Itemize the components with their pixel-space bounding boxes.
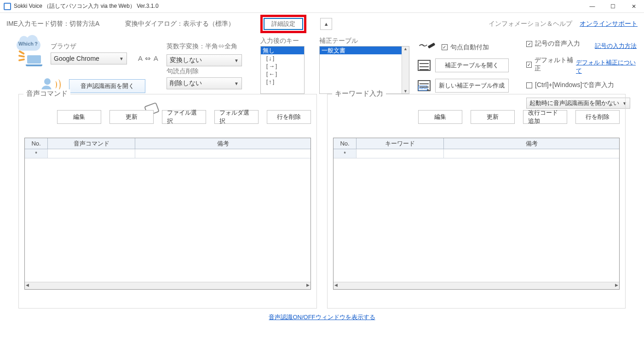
voice-command-group: 音声コマンド 編集 更新 ファイル選択 フォルダ選択 行を削除 No. 音声コマ…: [18, 94, 317, 309]
bottom-link-row: 音声認識ON/OFFウィンドウを表示する: [0, 313, 644, 321]
voice-command-legend: 音声コマンド: [23, 89, 70, 98]
punct-delete-select[interactable]: 削除しない ▼: [167, 77, 242, 89]
table-row[interactable]: *: [25, 149, 310, 158]
key-after-item[interactable]: ［←］: [261, 70, 304, 78]
title-bar: Sokki Voice （話してパソコン入力 via the Web） Ver.…: [0, 0, 644, 13]
kw-header-no: No.: [334, 138, 356, 149]
collapse-button[interactable]: ▲: [320, 18, 332, 30]
window-title: Sokki Voice （話してパソコン入力 via the Web） Ver.…: [14, 2, 159, 10]
key-after-block: 入力後のキー 無し［↓］［→］［←］［↑］: [260, 37, 305, 94]
default-correction-checkbox[interactable]: ✓ デフォルト補正: [526, 56, 576, 73]
ctrl-win-label: [Ctrl]+[Windows]で音声入力: [535, 81, 614, 89]
vc-edit-button[interactable]: 編集: [57, 110, 101, 124]
browser-select[interactable]: Google Chrome ▼: [51, 52, 127, 64]
correction-table-listbox[interactable]: 一般文書: [319, 46, 409, 94]
correction-table-block: 補正テーブル 一般文書: [319, 37, 417, 94]
key-after-item[interactable]: ［↑］: [261, 78, 304, 86]
ime-mode-label: IME入力モード切替：切替方法A: [6, 20, 99, 28]
table-row[interactable]: *: [334, 149, 619, 158]
show-onoff-window-link[interactable]: 音声認識ON/OFFウィンドウを表示する: [269, 314, 375, 321]
sheet-new-icon: New: [418, 80, 431, 91]
symbol-voice-checkbox[interactable]: ✓ 記号の音声入力: [526, 40, 580, 48]
which-text: Which？: [18, 41, 39, 47]
browser-label: ブラウザ: [51, 42, 76, 51]
symbol-howto-link[interactable]: 記号の入力方法: [595, 42, 637, 50]
kw-refresh-button[interactable]: 更新: [471, 110, 515, 124]
key-after-item[interactable]: ［↓］: [261, 54, 304, 62]
ctrl-win-checkbox[interactable]: [Ctrl]+[Windows]で音声入力: [526, 81, 614, 89]
chevron-down-icon: ▼: [234, 81, 239, 86]
open-recognition-button[interactable]: 音声認識画面を開く: [69, 79, 145, 93]
key-after-listbox[interactable]: 無し［↓］［→］［←］［↑］: [260, 46, 305, 94]
punct-delete-label: 句読点削除: [167, 67, 199, 76]
chevron-down-icon: ▼: [119, 56, 124, 61]
scrollbar-vertical[interactable]: [402, 47, 409, 93]
vc-header-cmd: 音声コマンド: [48, 138, 135, 149]
detail-settings-button[interactable]: 詳細設定: [264, 18, 303, 30]
options-panel: Which？ ブラウザ Google Chrome ▼ 音声認識画面を開く 英数…: [0, 35, 644, 94]
alnum-convert-label: 英数字変換：半角⇔全角: [167, 42, 237, 51]
key-after-item[interactable]: ［→］: [261, 62, 304, 70]
alnum-convert-icon: A ⇔ A: [138, 54, 159, 63]
kw-header-keyword: キーワード: [356, 138, 444, 149]
kw-delete-row-button[interactable]: 行を削除: [575, 110, 620, 124]
top-settings-row: IME入力モード切替：切替方法A 変換中ダイアログ：表示する（標準） 詳細設定 …: [0, 13, 644, 35]
vc-header-note: 備考: [135, 138, 310, 149]
conv-dialog-label: 変換中ダイアログ：表示する（標準）: [125, 20, 235, 28]
app-icon: [4, 3, 11, 10]
auto-punct-label: 句点自動付加: [450, 43, 489, 52]
kw-header-note: 備考: [444, 138, 619, 149]
default-correction-link[interactable]: デフォルト補正について: [576, 58, 637, 75]
vc-file-select-button[interactable]: ファイル選択: [162, 110, 206, 124]
default-correction-label: デフォルト補正: [535, 56, 576, 73]
chevron-down-icon: ▼: [234, 58, 239, 63]
punct-delete-value: 削除しない: [170, 79, 202, 87]
sheet-icon: [418, 60, 431, 71]
minimize-button[interactable]: —: [582, 0, 603, 13]
alnum-convert-value: 変換しない: [170, 56, 202, 64]
browser-select-value: Google Chrome: [54, 55, 99, 62]
kw-newline-button[interactable]: 改行コード追加: [523, 110, 567, 124]
new-correction-table-button[interactable]: 新しい補正テーブル作成: [435, 79, 509, 93]
groups-row: 音声コマンド 編集 更新 ファイル選択 フォルダ選択 行を削除 No. 音声コマ…: [0, 94, 644, 309]
vc-refresh-button[interactable]: 更新: [109, 110, 154, 124]
key-after-item[interactable]: 無し: [261, 47, 304, 54]
chevron-up-icon: ▲: [324, 21, 329, 27]
key-after-label: 入力後のキー: [260, 37, 305, 45]
vc-folder-select-button[interactable]: フォルダ選択: [214, 110, 259, 124]
detail-settings-highlight: 詳細設定: [260, 15, 306, 33]
which-browser-icon: Which？: [17, 40, 44, 63]
alnum-convert-select[interactable]: 変換しない ▼: [167, 54, 242, 66]
keyword-legend: キーワード入力: [332, 89, 386, 98]
open-correction-table-button[interactable]: 補正テーブルを開く: [435, 58, 509, 72]
symbol-voice-label: 記号の音声入力: [535, 40, 580, 48]
auto-block: 〜 ✓ 句点自動付加 補正テーブルを開く New 新しい補正テーブル作成: [418, 40, 523, 93]
vc-header-no: No.: [25, 138, 48, 149]
tilde-pen-icon: 〜: [418, 41, 435, 51]
vc-delete-row-button[interactable]: 行を削除: [267, 110, 311, 124]
info-help-label: インフォメーション＆ヘルプ: [489, 20, 572, 28]
correction-table-label: 補正テーブル: [319, 37, 417, 45]
keyword-grid[interactable]: No. キーワード 備考 *: [333, 138, 620, 290]
scrollbar-horizontal[interactable]: [25, 282, 310, 289]
online-support-link[interactable]: オンラインサポート: [580, 20, 638, 28]
close-button[interactable]: ✕: [623, 0, 644, 13]
scrollbar-horizontal[interactable]: [334, 282, 619, 289]
keyword-input-group: キーワード入力 編集 更新 改行コード追加 行を削除 No. キーワード 備考 …: [327, 94, 626, 309]
kw-edit-button[interactable]: 編集: [418, 110, 462, 124]
auto-punct-checkbox[interactable]: ✓ 句点自動付加: [442, 43, 489, 52]
voice-command-grid[interactable]: No. 音声コマンド 備考 *: [24, 138, 311, 290]
correction-table-item[interactable]: 一般文書: [320, 47, 409, 54]
maximize-button[interactable]: ☐: [603, 0, 623, 13]
